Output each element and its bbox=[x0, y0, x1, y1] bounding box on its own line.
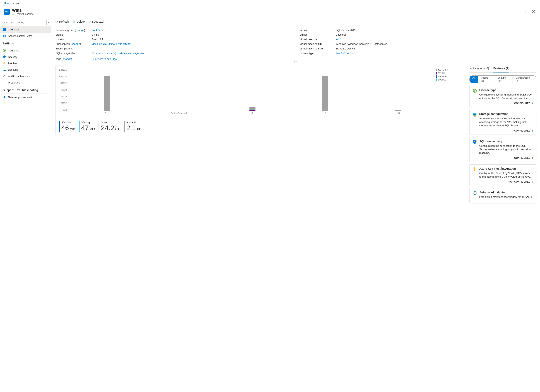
chevron-right-icon: › bbox=[13, 2, 14, 5]
version-value: SQL Server 2019 bbox=[336, 29, 356, 32]
sidebar-item-label: Backups bbox=[8, 68, 18, 71]
feature-card[interactable]: Azure Key Vault integrationConfigure the… bbox=[470, 164, 536, 186]
cloud-icon: ☁ bbox=[3, 68, 6, 71]
card-status: CONFIGURED bbox=[479, 129, 533, 132]
trash-icon: 🗑 bbox=[73, 20, 75, 23]
sidebar: ⌕ « SQL Overview 👥 Access control (IAM) … bbox=[0, 18, 51, 392]
close-button[interactable] bbox=[531, 9, 536, 15]
sidebar-item-patching[interactable]: ⚙ Patching bbox=[0, 60, 51, 66]
pill-security[interactable]: Security (2) bbox=[495, 76, 513, 83]
sidebar-item-label: Properties bbox=[8, 81, 20, 84]
resource-group-link[interactable]: BookDemo bbox=[92, 29, 104, 32]
support-icon: 🗣 bbox=[3, 95, 6, 99]
properties-panel: Resource group (change) :BookDemo Status… bbox=[51, 25, 540, 63]
license-link[interactable]: Pay As You Go bbox=[336, 52, 353, 55]
feedback-button[interactable]: ♡ Feedback bbox=[88, 20, 104, 23]
sidebar-item-label: Security bbox=[8, 55, 17, 59]
sidebar-item-label: Patching bbox=[8, 62, 18, 65]
shield-icon bbox=[472, 140, 477, 144]
sidebar-item-properties[interactable]: ⁞⁞ Properties bbox=[0, 79, 51, 86]
svg-point-5 bbox=[473, 113, 476, 114]
collapse-props-button[interactable]: ︽ bbox=[294, 59, 297, 63]
card-description: Automate your storage configuration by a… bbox=[479, 117, 533, 127]
divider bbox=[3, 93, 48, 93]
feature-card[interactable]: Storage configurationAutomate your stora… bbox=[470, 110, 536, 135]
pill-configuration[interactable]: Configuration (3) bbox=[513, 76, 536, 83]
disks-icon bbox=[472, 112, 477, 117]
key-icon bbox=[472, 167, 477, 171]
svg-point-1 bbox=[4, 50, 5, 51]
collapse-sidebar-button[interactable]: « bbox=[47, 21, 49, 24]
tab-features[interactable]: Features (7) bbox=[493, 66, 509, 73]
sidebar-item-label: Additional features bbox=[8, 75, 30, 78]
sidebar-item-iam[interactable]: 👥 Access control (IAM) bbox=[0, 33, 51, 39]
change-tags-link[interactable]: change bbox=[63, 58, 71, 60]
feature-card[interactable]: Automated patchingEstablish a maintenanc… bbox=[470, 188, 536, 203]
metric-other: Other 24.2 GiB bbox=[99, 121, 120, 132]
subscription-link[interactable]: Visual Studio Ultimate with MSDN bbox=[92, 42, 131, 45]
toolbar: ⟳ Refresh 🗑 Delete ♡ Feedback bbox=[51, 18, 540, 25]
sql-vm-icon: SQL bbox=[4, 9, 10, 15]
sidebar-item-security[interactable]: Security bbox=[0, 54, 51, 60]
chart-panel: 1,200GiB1,000GiB800GiB600GiB400GiB200GiB… bbox=[51, 63, 466, 392]
refresh-button[interactable]: ⟳ Refresh bbox=[55, 20, 69, 23]
close-icon bbox=[532, 10, 535, 13]
card-status: NOT CONFIGURED bbox=[479, 180, 533, 183]
sidebar-item-backups[interactable]: ☁ Backups bbox=[0, 66, 51, 73]
chart-bars bbox=[69, 69, 436, 111]
card-description: Establish a maintenance window for an Az… bbox=[479, 195, 533, 199]
page-title: Win1 bbox=[12, 8, 34, 13]
svg-point-8 bbox=[474, 141, 475, 142]
card-title: SQL connectivity bbox=[479, 140, 533, 143]
svg-point-7 bbox=[473, 115, 476, 117]
tab-notifications[interactable]: Notifications (0) bbox=[470, 66, 489, 73]
feature-card[interactable]: $License typeConfigure the licensing mod… bbox=[470, 86, 536, 107]
breadcrumb: Home › Win1 bbox=[0, 0, 540, 6]
feature-cards: $License typeConfigure the licensing mod… bbox=[470, 86, 536, 203]
search-icon: ⌕ bbox=[3, 21, 5, 24]
change-rg-link[interactable]: change bbox=[75, 29, 84, 32]
sidebar-item-label: New support request bbox=[8, 96, 32, 99]
heart-icon: ♡ bbox=[88, 20, 91, 23]
dollar-icon: $ bbox=[472, 88, 477, 93]
status-dot-icon bbox=[532, 103, 533, 104]
sidebar-item-label: Configure bbox=[8, 49, 19, 52]
sidebar-item-configure[interactable]: Configure bbox=[0, 47, 51, 54]
chart-legend: AVAILABLEOTHERSQL DATASQL LOG bbox=[436, 69, 458, 118]
chart-y-axis: 1,200GiB1,000GiB800GiB600GiB400GiB200GiB… bbox=[59, 69, 69, 111]
sidebar-item-overview[interactable]: SQL Overview bbox=[0, 26, 51, 33]
sidebar-section-settings: Settings bbox=[0, 39, 51, 46]
refresh-icon: ⟳ bbox=[55, 20, 58, 23]
card-status: CONFIGURED bbox=[479, 157, 533, 159]
card-title: Automated patching bbox=[479, 191, 533, 194]
status-dot-icon bbox=[532, 157, 533, 159]
card-description: Configuration the connection to the SQL … bbox=[479, 144, 533, 155]
divider bbox=[3, 47, 48, 47]
gear-icon: ⚙ bbox=[3, 62, 6, 65]
vm-size-value: Standard D2s v3 bbox=[336, 47, 355, 50]
breadcrumb-home[interactable]: Home bbox=[4, 2, 11, 5]
pill-all[interactable]: All bbox=[470, 76, 478, 83]
sidebar-item-label: Overview bbox=[8, 28, 19, 31]
edition-value: Developer bbox=[336, 33, 347, 36]
sidebar-item-additional[interactable]: ⚙ Additional features bbox=[0, 73, 51, 79]
chart-x-axis: GSystem ReservedCFD bbox=[59, 112, 436, 114]
search-input-wrapper[interactable]: ⌕ bbox=[2, 20, 46, 25]
pin-button[interactable] bbox=[524, 9, 529, 15]
delete-button[interactable]: 🗑 Delete bbox=[73, 20, 85, 23]
configure-icon bbox=[3, 49, 6, 52]
breadcrumb-current: Win1 bbox=[16, 2, 22, 5]
change-subscription-link[interactable]: change bbox=[71, 42, 80, 45]
status-dot-icon bbox=[532, 130, 533, 132]
vm-link[interactable]: Win1 bbox=[336, 38, 342, 41]
feature-card[interactable]: SQL connectivityConfiguration the connec… bbox=[470, 137, 536, 162]
search-input[interactable] bbox=[6, 21, 45, 24]
card-title: Storage configuration bbox=[479, 112, 533, 116]
shield-icon bbox=[3, 55, 6, 59]
pill-pricing[interactable]: Pricing (2) bbox=[478, 76, 495, 83]
sql-icon: SQL bbox=[3, 28, 6, 31]
add-tags-link[interactable]: Click here to add tags bbox=[92, 58, 117, 60]
sidebar-item-support-request[interactable]: 🗣 New support request bbox=[0, 94, 51, 100]
sql-config-link[interactable]: Click here to view SQL extension configu… bbox=[92, 52, 145, 55]
card-title: License type bbox=[479, 88, 533, 92]
